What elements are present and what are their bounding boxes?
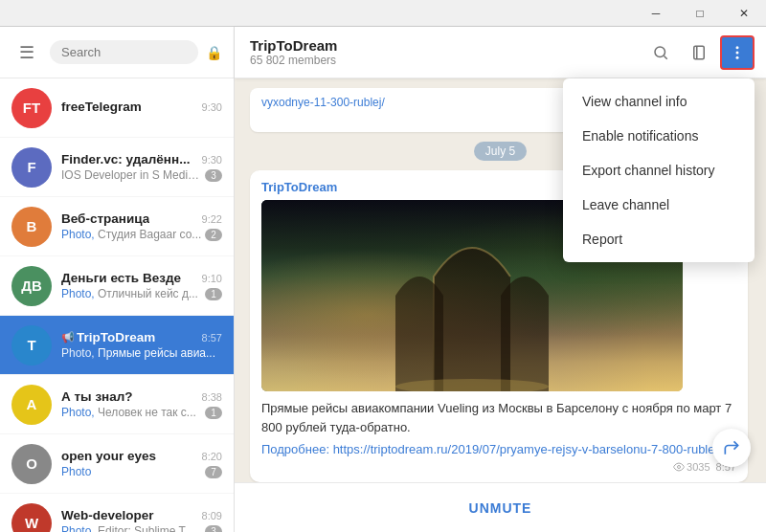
titlebar: ─ □ ✕ [0, 0, 766, 27]
chat-item-web-stranica[interactable]: В Веб-страница 9:22 Photo, Студия Bagaar… [0, 197, 234, 256]
chat-item-a-ty-znal[interactable]: А А ты знал? 8:38 Photo, Человек не так … [0, 375, 234, 434]
context-menu-item-2[interactable]: Export channel history [563, 153, 755, 188]
chat-name: А ты знал? [61, 389, 133, 404]
chat-info: А ты знал? 8:38 Photo, Человек не так с.… [61, 389, 222, 419]
chat-name: open your eyes [61, 449, 156, 463]
hamburger-button[interactable]: ☰ [11, 37, 42, 68]
chat-preview-text: Photo, Отличный кейс д... [61, 287, 198, 300]
chat-name-row: Деньги есть Везде 9:10 [61, 271, 222, 285]
avatar: В [11, 207, 52, 247]
chat-time: 9:10 [202, 273, 222, 284]
chat-item-finder-vc[interactable]: F Finder.vc: удалённ... 9:30 IOS Develop… [0, 138, 234, 197]
chat-header-sub: 65 802 members [250, 54, 643, 67]
chat-header-info: TripToDream 65 802 members [250, 37, 643, 67]
svg-point-6 [736, 55, 739, 58]
chat-time: 9:30 [202, 154, 222, 166]
chat-preview-text: Photo, Прямые рейсы авиа... [61, 346, 215, 360]
date-pill: July 5 [474, 142, 527, 161]
message-link[interactable]: Подробнее: https://triptodream.ru/2019/0… [261, 442, 721, 456]
badge: 1 [205, 407, 222, 419]
more-options-button[interactable] [720, 35, 755, 70]
unmute-button[interactable]: UNMUTE [469, 500, 532, 516]
svg-point-4 [736, 46, 739, 49]
avatar: F [11, 147, 52, 188]
channel-icon: 📢 [61, 331, 75, 344]
chat-item-free-telegram[interactable]: FT freeTelegram 9:30 [0, 78, 234, 138]
chat-time: 9:30 [202, 101, 222, 113]
chat-preview: Photo, Человек не так с... 1 [61, 406, 222, 419]
chat-item-open-your-eyes[interactable]: O open your eyes 8:20 Photo 7 [0, 434, 234, 494]
chat-info: Деньги есть Везде 9:10 Photo, Отличный к… [61, 271, 222, 300]
svg-rect-2 [694, 46, 705, 59]
search-input[interactable] [61, 45, 187, 59]
chat-time: 8:20 [202, 451, 222, 462]
chat-list: FT freeTelegram 9:30 F [0, 78, 234, 532]
chat-preview: Photo, Студия Bagaar со... 2 [61, 228, 222, 241]
avatar: ДВ [11, 266, 52, 306]
chat-preview-text: Photo, Editor: Sublime T... [61, 524, 194, 532]
sidebar-header: ☰ 🔒 [0, 27, 234, 78]
chat-name-row: open your eyes 8:20 [61, 449, 222, 463]
badge: 1 [205, 288, 222, 300]
main-chat: TripToDream 65 802 members [235, 27, 766, 532]
chat-name: Finder.vc: удалённ... [61, 152, 190, 166]
context-menu-item-0[interactable]: View channel info [563, 84, 755, 119]
chat-info: freeTelegram 9:30 [61, 100, 222, 116]
avatar: W [11, 503, 52, 533]
maximize-button[interactable]: □ [678, 0, 722, 27]
chat-info: 📢 TripToDream 8:57 Photo, Прямые рейсы а… [61, 330, 222, 360]
message-views: 3035 [673, 461, 710, 473]
search-bar[interactable] [50, 40, 198, 64]
avatar: T [11, 325, 52, 366]
badge: 3 [205, 525, 222, 533]
chat-header: TripToDream 65 802 members [235, 27, 766, 78]
chat-header-name: TripToDream [250, 37, 643, 54]
svg-point-0 [655, 47, 665, 57]
chat-time: 8:38 [202, 391, 222, 403]
context-menu-item-1[interactable]: Enable notifications [563, 119, 755, 153]
chat-time: 8:57 [202, 332, 222, 344]
chat-preview-text: Photo [61, 465, 91, 478]
chat-preview: Photo 7 [61, 465, 222, 478]
chat-time: 9:22 [202, 213, 222, 225]
context-menu: View channel infoEnable notificationsExp… [563, 78, 755, 262]
badge: 2 [205, 229, 222, 241]
chat-preview-text: Photo, Человек не так с... [61, 406, 196, 419]
message-meta: 3035 8:57 [261, 461, 736, 473]
lock-icon: 🔒 [206, 45, 222, 60]
avatar: FT [11, 88, 52, 128]
minimize-button[interactable]: ─ [634, 0, 678, 27]
chat-item-web-developer[interactable]: W Web-developer 8:09 Photo, Editor: Subl… [0, 494, 234, 532]
chat-item-trip-to-dream[interactable]: T 📢 TripToDream 8:57 Photo, Прямые рейсы… [0, 316, 234, 375]
chat-name-row: freeTelegram 9:30 [61, 100, 222, 114]
svg-point-5 [736, 51, 739, 54]
chat-preview-text: Photo, Студия Bagaar со... [61, 228, 201, 241]
chat-preview-text: IOS Developer in S Media ... [61, 168, 205, 182]
chat-preview: Photo, Отличный кейс д... 1 [61, 287, 222, 300]
search-header-button[interactable] [643, 35, 678, 70]
chat-info: Веб-страница 9:22 Photo, Студия Bagaar с… [61, 211, 222, 241]
chat-name-row: А ты знал? 8:38 [61, 389, 222, 404]
forward-button[interactable] [712, 429, 751, 467]
chat-preview: Photo, Прямые рейсы авиа... [61, 346, 222, 360]
chat-name: Веб-страница [61, 211, 149, 226]
chat-preview: Photo, Editor: Sublime T... 3 [61, 524, 222, 532]
bookmarks-button[interactable] [682, 35, 716, 70]
message-text: Прямые рейсы авиакомпании Vueling из Мос… [261, 399, 736, 436]
chat-info: Web-developer 8:09 Photo, Editor: Sublim… [61, 508, 222, 532]
chat-time: 8:09 [202, 510, 222, 521]
chat-info: open your eyes 8:20 Photo 7 [61, 449, 222, 478]
chat-preview: IOS Developer in S Media ... 3 [61, 168, 222, 182]
app-container: ☰ 🔒 FT freeTelegram 9:30 [0, 27, 766, 532]
chat-name: Web-developer [61, 508, 154, 522]
close-button[interactable]: ✕ [722, 0, 766, 27]
badge: 7 [205, 466, 222, 478]
chat-info: Finder.vc: удалённ... 9:30 IOS Developer… [61, 152, 222, 182]
header-icons [643, 35, 755, 70]
context-menu-item-3[interactable]: Leave channel [563, 188, 755, 222]
context-menu-item-4[interactable]: Report [563, 222, 755, 256]
chat-name: TripToDream [77, 330, 155, 344]
chat-name: freeTelegram [61, 100, 142, 114]
chat-name-row: 📢 TripToDream 8:57 [61, 330, 222, 344]
chat-item-dengi[interactable]: ДВ Деньги есть Везде 9:10 Photo, Отличны… [0, 256, 234, 316]
